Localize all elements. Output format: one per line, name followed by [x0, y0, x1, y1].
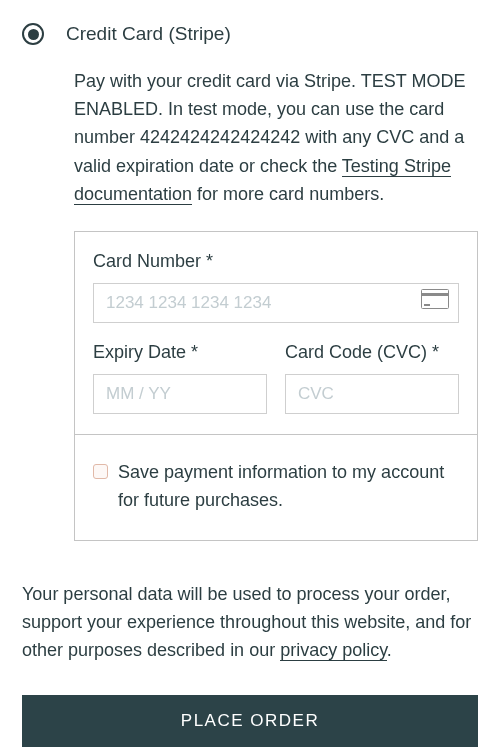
privacy-pre: Your personal data will be used to proce…	[22, 584, 471, 660]
save-payment-label: Save payment information to my account f…	[118, 459, 459, 515]
credit-card-icon	[421, 289, 449, 317]
card-number-input[interactable]	[93, 283, 459, 323]
save-payment-row[interactable]: Save payment information to my account f…	[75, 434, 477, 541]
privacy-policy-link[interactable]: privacy policy	[280, 640, 387, 661]
save-payment-checkbox[interactable]	[93, 464, 108, 479]
privacy-post: .	[387, 640, 392, 660]
privacy-notice: Your personal data will be used to proce…	[22, 581, 478, 665]
cvc-label: Card Code (CVC) *	[285, 339, 459, 366]
payment-description-post: for more card numbers.	[192, 184, 384, 204]
payment-method-option[interactable]: Credit Card (Stripe)	[22, 20, 478, 49]
payment-description: Pay with your credit card via Stripe. TE…	[74, 67, 478, 209]
expiry-label: Expiry Date *	[93, 339, 267, 366]
card-details-panel: Card Number * Expiry Date * Card Code (C…	[74, 231, 478, 542]
expiry-input[interactable]	[93, 374, 267, 414]
place-order-button[interactable]: PLACE ORDER	[22, 695, 478, 747]
svg-rect-2	[424, 304, 430, 306]
svg-rect-1	[421, 293, 449, 296]
card-number-label: Card Number *	[93, 248, 459, 275]
payment-method-label: Credit Card (Stripe)	[66, 20, 231, 49]
radio-selected-icon	[22, 23, 44, 45]
cvc-input[interactable]	[285, 374, 459, 414]
